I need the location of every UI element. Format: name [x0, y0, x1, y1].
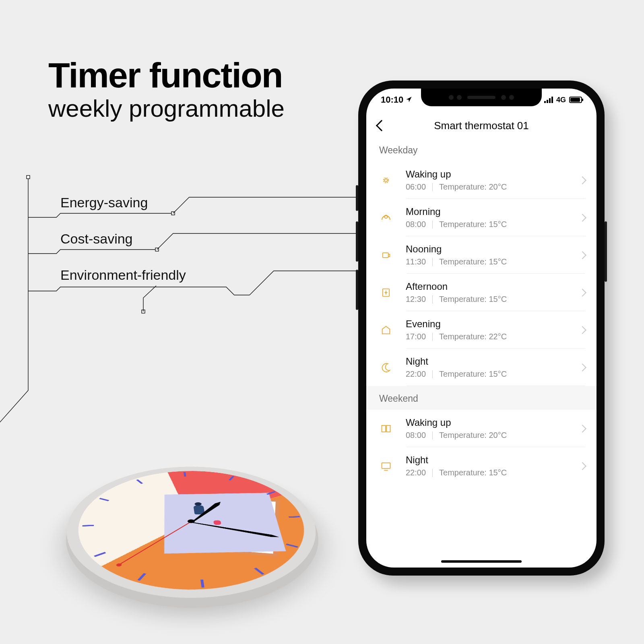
schedule-row[interactable]: Evening 17:00Temperature: 22°C [366, 311, 597, 349]
evening-icon [379, 323, 393, 337]
svg-rect-0 [27, 175, 30, 179]
row-time: 17:00 [406, 332, 426, 341]
chevron-right-icon [578, 251, 586, 259]
row-time: 22:00 [406, 369, 426, 379]
headline-title: Timer function [48, 58, 285, 92]
schedule-row[interactable]: Afternoon 12:30Temperature: 15°C [366, 274, 597, 311]
row-time: 22:00 [406, 468, 426, 477]
noon-icon [379, 248, 393, 262]
row-temp: Temperature: 15°C [439, 220, 507, 229]
headline: Timer function weekly programmable [48, 58, 285, 122]
schedule-row[interactable]: Night 22:00Temperature: 15°C [366, 447, 597, 485]
row-label: Night [406, 454, 580, 466]
network-label: 4G [556, 96, 566, 104]
signal-icon [544, 97, 553, 103]
feature-label: Cost-saving [60, 232, 133, 246]
row-temp: Temperature: 15°C [439, 369, 507, 379]
row-meta: 06:00 Temperature: 20°C [406, 182, 580, 192]
chevron-right-icon [578, 462, 586, 470]
row-label: Morning [406, 206, 580, 217]
schedule-row[interactable]: Waking up 08:00Temperature: 20°C [366, 410, 597, 447]
svg-rect-3 [142, 310, 145, 313]
section-header-weekend: Weekend [366, 386, 597, 410]
schedule-row[interactable]: Nooning 11:30Temperature: 15°C [366, 236, 597, 274]
chevron-right-icon [578, 363, 586, 372]
book-icon [379, 422, 393, 436]
row-label: Afternoon [406, 281, 580, 292]
nav-title: Smart thermostat 01 [434, 120, 529, 132]
schedule-list[interactable]: Weekday Waking up 06:00 Temperature: 20°… [366, 140, 597, 568]
headline-subtitle: weekly programmable [48, 95, 285, 122]
row-time: 08:00 [406, 431, 426, 440]
afternoon-icon [379, 286, 393, 299]
chevron-right-icon [578, 425, 586, 433]
night-icon [379, 361, 393, 374]
row-temp: Temperature: 20°C [439, 431, 507, 440]
row-label: Waking up [406, 417, 580, 428]
feature-label: Environment-friendly [60, 268, 186, 282]
row-time: 06:00 [406, 182, 426, 192]
feature-list: Energy-saving Cost-saving Environment-fr… [60, 195, 186, 303]
row-label: Night [406, 356, 580, 367]
phone-notch [421, 89, 542, 106]
schedule-row[interactable]: Waking up 06:00 Temperature: 20°C [366, 161, 597, 199]
sunrise-icon [379, 173, 393, 187]
row-time: 12:30 [406, 295, 426, 304]
schedule-row[interactable]: Morning 08:00Temperature: 15°C [366, 199, 597, 236]
feature-item: Energy-saving [60, 195, 186, 231]
nav-bar: Smart thermostat 01 [366, 111, 597, 140]
row-temp: Temperature: 15°C [439, 468, 507, 477]
row-label: Nooning [406, 244, 580, 255]
clock-illustration [68, 398, 314, 572]
phone-screen: 10:10 4G Smart thermostat 01 Weekday [366, 89, 597, 568]
feature-item: Cost-saving [60, 231, 186, 267]
home-indicator[interactable] [441, 560, 522, 563]
morning-icon [379, 211, 393, 225]
chevron-right-icon [578, 289, 586, 297]
chevron-right-icon [578, 326, 586, 334]
row-temp: Temperature: 20°C [439, 182, 507, 192]
svg-rect-7 [383, 253, 388, 258]
row-temp: Temperature: 15°C [439, 257, 507, 266]
section-header-weekday: Weekday [366, 140, 597, 161]
svg-rect-9 [382, 462, 390, 468]
feature-item: Environment-friendly [60, 267, 186, 303]
row-label: Evening [406, 318, 580, 330]
tv-icon [379, 459, 393, 473]
chevron-right-icon [578, 214, 586, 222]
location-icon [406, 95, 412, 105]
feature-label: Energy-saving [60, 196, 148, 209]
status-time: 10:10 [381, 95, 403, 105]
row-temp: Temperature: 22°C [439, 332, 507, 341]
schedule-row[interactable]: Night 22:00Temperature: 15°C [366, 349, 597, 386]
battery-icon [569, 97, 582, 103]
row-time: 08:00 [406, 220, 426, 229]
chevron-right-icon [578, 176, 586, 184]
svg-point-5 [384, 179, 388, 182]
phone-mockup: 10:10 4G Smart thermostat 01 Weekday [358, 80, 605, 576]
row-time: 11:30 [406, 257, 426, 266]
row-label: Waking up [406, 169, 580, 180]
row-temp: Temperature: 15°C [439, 295, 507, 304]
back-button[interactable] [376, 120, 387, 131]
